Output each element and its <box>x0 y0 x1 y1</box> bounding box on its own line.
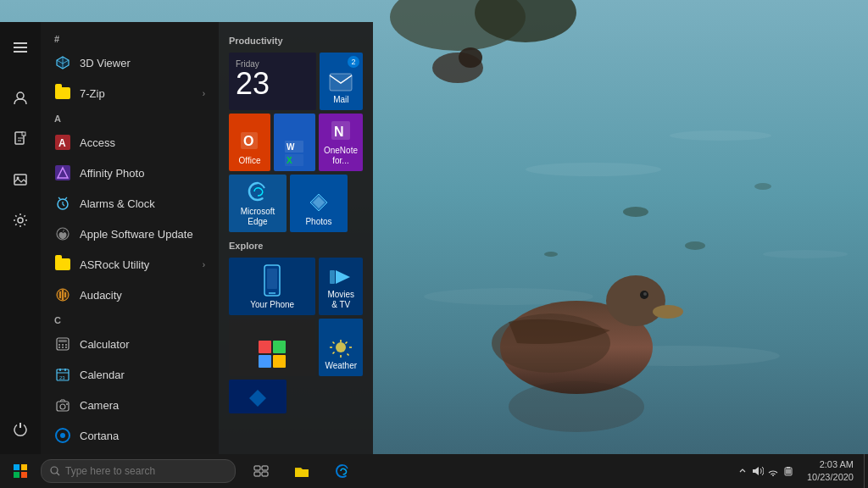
app-item-cpuid[interactable]: CPUID › <box>41 451 219 454</box>
user-profile-button[interactable] <box>2 80 39 117</box>
app-name-cortana: Cortana <box>80 430 119 442</box>
movies-tile[interactable]: Movies & TV <box>319 258 363 315</box>
svg-rect-89 <box>254 472 260 476</box>
app-item-access[interactable]: A Access <box>41 127 219 158</box>
app-name-audacity: Audacity <box>80 289 122 302</box>
svg-point-24 <box>17 92 24 99</box>
svg-point-31 <box>18 218 23 223</box>
weather-icon <box>329 339 353 358</box>
affinity-icon <box>54 164 71 181</box>
svg-rect-73 <box>267 269 277 289</box>
system-clock[interactable]: 2:03 AM 10/23/2020 <box>802 454 864 488</box>
yourphone-tile[interactable]: Your Phone <box>229 258 315 315</box>
app-item-audacity[interactable]: Audacity <box>41 280 219 310</box>
settings-button[interactable] <box>2 202 39 239</box>
svg-rect-29 <box>14 175 26 185</box>
network-button[interactable] <box>766 464 780 478</box>
taskbar-search-bar[interactable] <box>41 459 236 483</box>
svg-point-43 <box>65 344 67 346</box>
svg-point-19 <box>754 183 771 190</box>
calendar-tile[interactable]: Friday 23 <box>229 53 316 110</box>
svg-rect-76 <box>259 341 271 353</box>
svg-text:X: X <box>287 156 292 165</box>
section-header-c: C <box>41 310 219 329</box>
svg-point-85 <box>51 467 58 474</box>
app-item-calendar[interactable]: 23 Calendar <box>41 359 219 390</box>
svg-rect-82 <box>21 464 27 470</box>
store-tile[interactable] <box>229 319 315 376</box>
app-item-3dviewer[interactable]: 3D Viewer <box>41 47 219 78</box>
app-name-access: Access <box>80 136 115 149</box>
edge-tile[interactable]: Microsoft Edge <box>229 175 287 232</box>
word-excel-tile[interactable]: W X <box>274 114 315 171</box>
mail-badge: 2 <box>348 56 359 68</box>
app-item-cortana[interactable]: Cortana <box>41 420 219 451</box>
onenote-tile[interactable]: N OneNote for... <box>319 114 363 171</box>
photos-label: Photos <box>305 217 331 227</box>
hamburger-button[interactable] <box>2 29 39 66</box>
excel-icon: X <box>285 154 303 166</box>
app-item-asrock[interactable]: ASRock Utility › <box>41 249 219 280</box>
mail-tile[interactable]: 2 Mail <box>320 53 363 110</box>
tiles-area: Productivity Friday 23 2 Mail O <box>219 22 373 454</box>
yourphone-label: Your Phone <box>250 300 294 310</box>
power-button[interactable] <box>2 410 39 447</box>
calendar-num: 23 <box>236 69 270 99</box>
svg-rect-78 <box>259 355 271 368</box>
alarms-icon <box>54 195 71 212</box>
camera-icon <box>54 396 71 413</box>
extra-icon <box>248 388 268 408</box>
weather-tile[interactable]: Weather <box>319 319 363 376</box>
task-view-icon <box>253 463 269 479</box>
app-name-camera: Camera <box>80 399 119 412</box>
tiles-row-3: Microsoft Edge Photos <box>229 175 363 232</box>
svg-point-53 <box>60 404 65 409</box>
documents-button[interactable] <box>2 120 39 158</box>
tiles-row-4: Your Phone Movies & TV <box>229 258 363 315</box>
svg-rect-95 <box>786 469 791 474</box>
svg-line-86 <box>57 473 59 475</box>
volume-button[interactable] <box>751 464 765 478</box>
clock-time: 2:03 AM <box>820 458 854 471</box>
svg-rect-88 <box>262 466 268 470</box>
movies-label: Movies & TV <box>324 290 358 310</box>
access-icon: A <box>54 134 71 151</box>
show-desktop-button[interactable] <box>864 454 868 488</box>
show-hidden-icons-button[interactable] <box>736 464 749 478</box>
system-tray <box>729 454 802 488</box>
svg-rect-81 <box>14 464 19 470</box>
app-item-calculator[interactable]: Calculator <box>41 329 219 359</box>
svg-point-45 <box>62 347 64 348</box>
asrock-expand-icon: › <box>203 260 205 269</box>
task-view-button[interactable] <box>242 454 280 488</box>
app-name-apple: Apple Software Update <box>80 228 193 241</box>
app-item-camera[interactable]: Camera <box>41 390 219 420</box>
calculator-icon <box>54 336 71 352</box>
tiles-row-2: O Office W X <box>229 114 363 171</box>
extra-tile[interactable] <box>229 380 287 413</box>
start-button[interactable] <box>0 454 41 488</box>
photos-tile[interactable]: Photos <box>290 175 348 232</box>
7zip-expand-icon: › <box>203 89 205 98</box>
svg-rect-21 <box>14 42 27 44</box>
svg-point-9 <box>606 275 665 326</box>
svg-point-2 <box>670 130 771 141</box>
svg-point-41 <box>58 344 60 346</box>
start-sidebar <box>0 22 41 454</box>
app-item-affinity[interactable]: Affinity Photo <box>41 158 219 188</box>
svg-rect-90 <box>262 472 268 476</box>
app-item-alarms[interactable]: Alarms & Clock <box>41 188 219 219</box>
edge-taskbar-button[interactable] <box>324 454 361 488</box>
office-tile[interactable]: O Office <box>229 114 270 171</box>
section-header-a: A <box>41 108 219 127</box>
search-input[interactable] <box>65 465 218 477</box>
svg-point-54 <box>66 403 68 405</box>
cortana-icon <box>54 427 71 444</box>
app-item-7zip[interactable]: 7-Zip › <box>41 78 219 108</box>
app-item-apple[interactable]: Apple Software Update <box>41 219 219 249</box>
svg-point-80 <box>336 342 346 352</box>
svg-point-17 <box>623 207 648 217</box>
file-explorer-button[interactable] <box>283 454 320 488</box>
pictures-button[interactable] <box>2 161 39 198</box>
word-icon: W <box>285 141 303 152</box>
